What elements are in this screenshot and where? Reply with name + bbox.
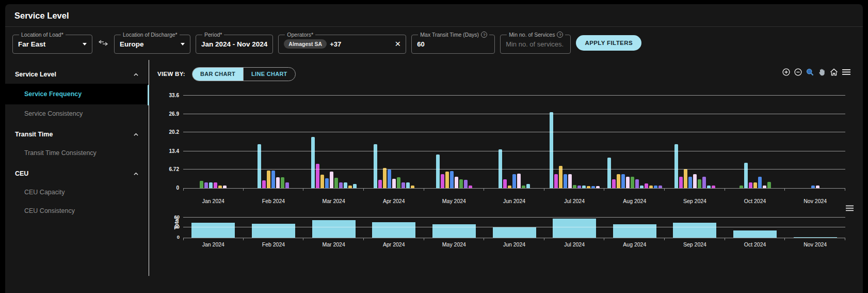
bar[interactable] bbox=[388, 169, 391, 188]
menu-icon[interactable] bbox=[846, 205, 854, 211]
bar[interactable] bbox=[348, 186, 352, 188]
total-bar[interactable] bbox=[372, 222, 415, 238]
bar[interactable] bbox=[767, 182, 771, 188]
bar[interactable] bbox=[508, 186, 511, 188]
bar[interactable] bbox=[612, 179, 616, 188]
total-bar[interactable] bbox=[432, 224, 476, 238]
zoom-in-icon[interactable] bbox=[782, 68, 790, 76]
bar[interactable] bbox=[649, 186, 653, 188]
bar[interactable] bbox=[383, 168, 387, 188]
min-services-field[interactable]: Min no. of Services ? bbox=[500, 32, 571, 54]
total-bar[interactable] bbox=[673, 223, 716, 238]
bar[interactable] bbox=[654, 186, 657, 188]
bar[interactable] bbox=[411, 186, 414, 188]
bar[interactable] bbox=[401, 182, 405, 188]
bar[interactable] bbox=[698, 179, 701, 188]
bar[interactable] bbox=[285, 182, 289, 188]
bar[interactable] bbox=[464, 180, 468, 188]
location-of-load-select[interactable]: Location of Load* Far East bbox=[12, 32, 92, 54]
bar[interactable] bbox=[316, 164, 319, 188]
bar[interactable] bbox=[353, 184, 357, 188]
sidebar-item-transit-time-consistency[interactable]: Transit Time Consistency bbox=[5, 144, 149, 162]
bar[interactable] bbox=[441, 174, 444, 188]
operator-chip[interactable]: Almagest SA bbox=[284, 39, 327, 49]
bar[interactable] bbox=[763, 186, 766, 188]
bar[interactable] bbox=[334, 178, 338, 188]
bar[interactable] bbox=[392, 179, 396, 188]
bar[interactable] bbox=[200, 181, 203, 188]
bar[interactable] bbox=[811, 186, 815, 188]
bar[interactable] bbox=[693, 174, 697, 188]
bar[interactable] bbox=[564, 174, 567, 188]
bar[interactable] bbox=[582, 186, 586, 188]
total-bar[interactable] bbox=[191, 223, 235, 238]
bar[interactable] bbox=[749, 182, 752, 188]
sidebar-section-transit-time[interactable]: Transit Time bbox=[5, 125, 149, 144]
bar[interactable] bbox=[740, 186, 743, 188]
bar[interactable] bbox=[617, 174, 620, 188]
location-of-discharge-select[interactable]: Location of Discharge* Europe bbox=[114, 32, 190, 54]
bar[interactable] bbox=[631, 177, 634, 188]
bar[interactable] bbox=[204, 182, 208, 188]
bar[interactable] bbox=[684, 169, 687, 188]
bar[interactable] bbox=[658, 186, 662, 188]
help-icon[interactable]: ? bbox=[481, 32, 487, 38]
zoom-out-icon[interactable] bbox=[794, 68, 802, 76]
sidebar-item-ceu-consistency[interactable]: CEU Consistency bbox=[5, 202, 149, 220]
max-transit-time-field[interactable]: Max Transit Time (Days) ? bbox=[411, 32, 495, 54]
bar[interactable] bbox=[554, 174, 558, 188]
bar[interactable] bbox=[621, 174, 625, 188]
bar[interactable] bbox=[758, 177, 762, 188]
total-bar[interactable] bbox=[312, 220, 356, 238]
bar[interactable] bbox=[522, 186, 525, 188]
min-services-input[interactable] bbox=[506, 40, 565, 48]
tab-bar-chart[interactable]: BAR CHART bbox=[192, 68, 243, 81]
bar[interactable] bbox=[744, 163, 748, 188]
apply-filters-button[interactable]: APPLY FILTERS bbox=[576, 35, 641, 51]
bar[interactable] bbox=[816, 186, 819, 188]
sidebar-item-ceu-capacity[interactable]: CEU Capacity bbox=[5, 183, 149, 202]
bar[interactable] bbox=[325, 178, 329, 188]
bar[interactable] bbox=[378, 180, 382, 188]
bar[interactable] bbox=[753, 182, 757, 188]
bar[interactable] bbox=[635, 179, 639, 188]
bar[interactable] bbox=[445, 172, 449, 188]
bar[interactable] bbox=[640, 186, 644, 188]
total-bar[interactable] bbox=[553, 219, 596, 238]
bar[interactable] bbox=[707, 186, 711, 188]
bar[interactable] bbox=[209, 182, 213, 188]
bar[interactable] bbox=[607, 158, 611, 188]
bar[interactable] bbox=[281, 177, 284, 188]
bar[interactable] bbox=[526, 184, 530, 188]
help-icon[interactable]: ? bbox=[557, 32, 563, 38]
max-transit-time-input[interactable] bbox=[417, 40, 489, 48]
bar[interactable] bbox=[436, 155, 440, 188]
bar[interactable] bbox=[568, 174, 572, 188]
bar[interactable] bbox=[512, 174, 516, 188]
period-select[interactable]: Period* Jan 2024 - Nov 2024 bbox=[196, 32, 273, 54]
bar[interactable] bbox=[267, 171, 270, 188]
bar[interactable] bbox=[503, 179, 507, 188]
bar[interactable] bbox=[339, 182, 343, 188]
selection-zoom-icon[interactable] bbox=[806, 68, 814, 76]
menu-icon[interactable] bbox=[842, 69, 850, 75]
bar[interactable] bbox=[550, 112, 553, 188]
bar[interactable] bbox=[596, 186, 600, 188]
tab-line-chart[interactable]: LINE CHART bbox=[243, 68, 295, 81]
bar[interactable] bbox=[459, 179, 463, 188]
bar[interactable] bbox=[712, 186, 715, 188]
sidebar-section-ceu[interactable]: CEU bbox=[5, 164, 149, 183]
bar[interactable] bbox=[450, 171, 454, 188]
bar[interactable] bbox=[320, 175, 324, 188]
swap-locations-button[interactable] bbox=[98, 39, 109, 47]
operators-select[interactable]: Operators* Almagest SA +37 × bbox=[278, 32, 406, 54]
sidebar-item-service-frequency[interactable]: Service Frequency bbox=[5, 84, 149, 104]
pan-icon[interactable] bbox=[818, 68, 826, 76]
bar[interactable] bbox=[679, 177, 683, 188]
clear-operators-icon[interactable]: × bbox=[395, 40, 400, 48]
bar[interactable] bbox=[455, 177, 458, 188]
bar[interactable] bbox=[591, 186, 595, 188]
sidebar-section-service-level[interactable]: Service Level bbox=[5, 65, 149, 84]
bar[interactable] bbox=[469, 186, 472, 188]
bar[interactable] bbox=[688, 177, 692, 188]
